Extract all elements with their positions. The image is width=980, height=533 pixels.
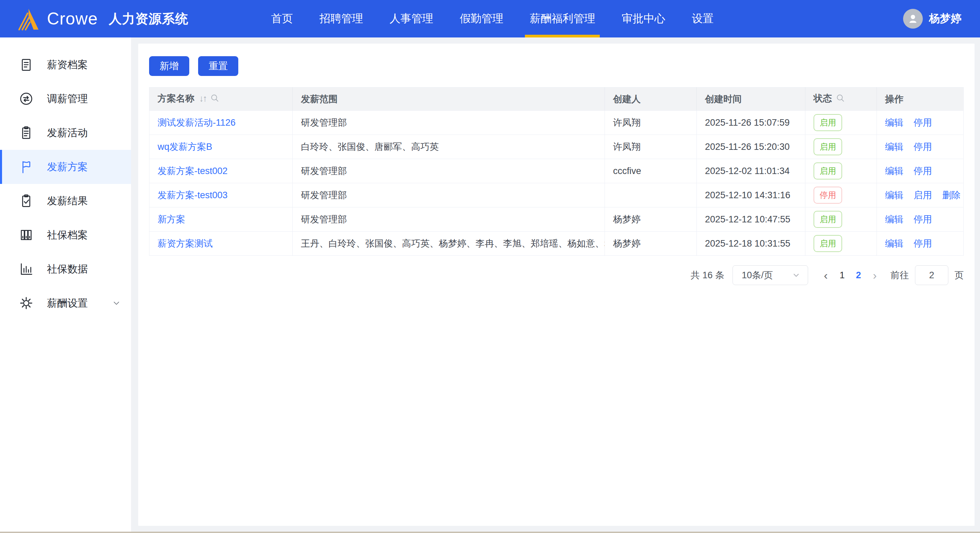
creator-cell: [605, 183, 697, 207]
sidebar-item-label: 调薪管理: [47, 92, 88, 106]
nav-item-approval[interactable]: 审批中心: [619, 0, 668, 37]
prev-page-button[interactable]: ‹: [818, 265, 834, 285]
col-header-created-at: 创建时间: [697, 88, 805, 111]
action-edit-link[interactable]: 编辑: [885, 214, 904, 225]
gear-icon: [18, 295, 34, 311]
page-size-select[interactable]: 10条/页: [733, 265, 808, 285]
action-disable-link[interactable]: 停用: [914, 238, 932, 249]
scope-cell: 研发管理部: [293, 159, 605, 183]
status-cell: 启用: [805, 111, 877, 135]
action-edit-link[interactable]: 编辑: [885, 118, 904, 128]
scope-cell: 王丹、白玲玲、张国俊、高巧英、杨梦婷、李冉、李旭、郑培瑶、杨如意、程昌林、: [293, 231, 605, 256]
action-disable-link[interactable]: 停用: [914, 166, 932, 176]
plan-name-link[interactable]: 发薪方案-test003: [158, 190, 228, 200]
sidebar-item-label: 薪酬设置: [47, 296, 88, 310]
nav-item-attendance[interactable]: 假勤管理: [457, 0, 506, 37]
page-number-2[interactable]: 2: [850, 270, 867, 281]
system-title: 人力资源系统: [108, 10, 188, 27]
action-edit-link[interactable]: 编辑: [885, 190, 904, 200]
sort-icons[interactable]: ↓↑: [199, 93, 206, 104]
actions-cell: 编辑停用: [877, 135, 964, 159]
creator-cell: 杨梦婷: [605, 231, 697, 256]
created-at-cell: 2025-12-02 11:01:34: [697, 159, 805, 183]
status-badge: 启用: [813, 235, 842, 252]
user-name: 杨梦婷: [929, 11, 962, 26]
scope-cell: 研发管理部: [293, 183, 605, 207]
sidebar-item-payroll-plan[interactable]: 发薪方案: [0, 150, 131, 184]
nav-item-recruitment[interactable]: 招聘管理: [317, 0, 366, 37]
actions-cell: 编辑停用: [877, 207, 964, 231]
status-badge: 启用: [813, 114, 842, 131]
flag-icon: [18, 159, 34, 175]
chevron-down-icon: [111, 298, 121, 308]
col-header-scope: 发薪范围: [293, 88, 605, 111]
plan-name-link[interactable]: 新方案: [158, 214, 185, 225]
sidebar-item-social-security-data[interactable]: 社保数据: [0, 252, 131, 286]
action-edit-link[interactable]: 编辑: [885, 238, 904, 249]
main-content: 新增 重置 方案名称↓↑ 发薪范围 创建人 创建时间 状态: [131, 37, 980, 531]
sidebar: 薪资档案调薪管理发薪活动发薪方案发薪结果社保档案社保数据薪酬设置: [0, 37, 131, 531]
nav-item-settings[interactable]: 设置: [689, 0, 716, 37]
exchange-circle-icon: [18, 91, 34, 107]
sidebar-item-salary-archive[interactable]: 薪资档案: [0, 48, 131, 82]
plan-name-link[interactable]: wq发薪方案B: [158, 142, 212, 152]
user-menu[interactable]: 杨梦婷: [903, 9, 980, 29]
actions-cell: 编辑停用: [877, 231, 964, 256]
clipboard-icon: [18, 125, 34, 140]
creator-cell: cccfive: [605, 159, 697, 183]
nav-item-home[interactable]: 首页: [268, 0, 296, 37]
goto-page-input[interactable]: [915, 265, 948, 285]
add-button[interactable]: 新增: [149, 56, 189, 76]
sidebar-item-salary-adjustment[interactable]: 调薪管理: [0, 82, 131, 116]
actions-cell: 编辑停用: [877, 111, 964, 135]
action-edit-link[interactable]: 编辑: [885, 166, 904, 176]
plan-name-link[interactable]: 薪资方案测试: [158, 238, 213, 249]
nav-item-compensation[interactable]: 薪酬福利管理: [527, 0, 598, 37]
page-number-1[interactable]: 1: [834, 270, 850, 281]
toolbar: 新增 重置: [149, 56, 964, 76]
pagination: 共 16 条 10条/页 ‹ 12 › 前往 页: [149, 265, 964, 285]
plan-row: 发薪方案-test003研发管理部2025-12-10 14:31:16停用编辑…: [150, 183, 964, 207]
action-delete-link[interactable]: 删除: [942, 190, 961, 200]
created-at-cell: 2025-12-18 10:31:55: [697, 231, 805, 256]
search-icon[interactable]: [835, 95, 846, 105]
document-icon: [18, 57, 34, 73]
archive-icon: [18, 227, 34, 243]
action-disable-link[interactable]: 停用: [914, 118, 932, 128]
sidebar-item-label: 发薪方案: [47, 160, 88, 174]
sidebar-item-payroll-activity[interactable]: 发薪活动: [0, 116, 131, 150]
plan-name-link[interactable]: 测试发薪活动-1126: [158, 118, 235, 128]
sidebar-item-compensation-settings[interactable]: 薪酬设置: [0, 286, 131, 320]
status-cell: 启用: [805, 207, 877, 231]
sidebar-item-payroll-result[interactable]: 发薪结果: [0, 184, 131, 218]
next-page-button[interactable]: ›: [867, 265, 883, 285]
search-icon[interactable]: [210, 95, 220, 105]
user-icon: [907, 13, 919, 25]
page-number-list: 12: [834, 270, 867, 281]
plan-name-link[interactable]: 发薪方案-test002: [158, 166, 228, 176]
scope-cell: 研发管理部: [293, 207, 605, 231]
content-card: 新增 重置 方案名称↓↑ 发薪范围 创建人 创建时间 状态: [138, 44, 975, 526]
reset-button[interactable]: 重置: [198, 56, 238, 76]
action-disable-link[interactable]: 停用: [914, 214, 932, 225]
status-cell: 启用: [805, 231, 877, 256]
plan-row: 薪资方案测试王丹、白玲玲、张国俊、高巧英、杨梦婷、李冉、李旭、郑培瑶、杨如意、程…: [150, 231, 964, 256]
action-edit-link[interactable]: 编辑: [885, 142, 904, 152]
plan-row: 测试发薪活动-1126研发管理部许凤翔2025-11-26 15:07:59启用…: [150, 111, 964, 135]
scope-cell: 白玲玲、张国俊、唐郦军、高巧英: [293, 135, 605, 159]
col-header-actions: 操作: [877, 88, 964, 111]
status-cell: 启用: [805, 159, 877, 183]
sidebar-item-label: 发薪活动: [47, 126, 88, 140]
nav-item-personnel[interactable]: 人事管理: [387, 0, 436, 37]
action-disable-link[interactable]: 停用: [914, 142, 932, 152]
action-enable-link[interactable]: 启用: [914, 190, 932, 200]
top-navbar: Crowe 人力资源系统 首页招聘管理人事管理假勤管理薪酬福利管理审批中心设置 …: [0, 0, 980, 37]
sidebar-item-social-security-archive[interactable]: 社保档案: [0, 218, 131, 252]
mountain-icon: [16, 7, 40, 31]
user-avatar[interactable]: [903, 9, 923, 29]
status-badge: 启用: [813, 211, 842, 228]
plan-row: 发薪方案-test002研发管理部cccfive2025-12-02 11:01…: [150, 159, 964, 183]
sidebar-item-label: 社保数据: [47, 262, 88, 276]
col-label-status: 状态: [813, 93, 832, 104]
page-unit-label: 页: [955, 269, 964, 281]
